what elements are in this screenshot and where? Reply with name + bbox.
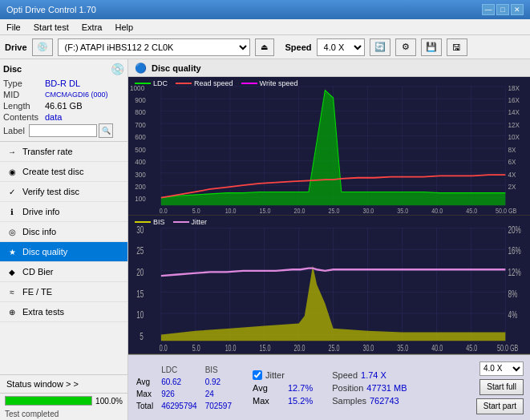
legend-write-speed-label: Write speed <box>260 79 298 87</box>
close-button[interactable]: ✕ <box>511 4 524 15</box>
nav-create-test-disc[interactable]: ◉ Create test disc <box>0 162 127 182</box>
nav-cd-bier-label: CD Bier <box>22 267 54 277</box>
drive-icon-btn[interactable]: 💿 <box>32 38 53 56</box>
svg-text:8X: 8X <box>508 145 516 154</box>
disc-mid-value: CMCMAGDI6 (000) <box>45 91 108 99</box>
stats-total-ldc: 46295794 <box>161 401 204 411</box>
nav-drive-info-label: Drive info <box>22 207 59 216</box>
eject-button[interactable]: ⏏ <box>255 38 274 56</box>
stats-jitter-section: Jitter Avg 12.7% Max 15.2% <box>253 370 313 406</box>
disc-label-btn[interactable]: 🔍 <box>99 123 113 138</box>
disc-contents-label: Contents <box>3 112 45 122</box>
svg-text:8%: 8% <box>508 288 517 299</box>
stats-controls: 4.0 X Start full Start part <box>476 361 524 414</box>
legend-read-speed: Read speed <box>176 79 233 87</box>
svg-text:15.0: 15.0 <box>260 343 271 353</box>
test-speed-select[interactable]: 4.0 X <box>479 361 524 376</box>
chart1-container: LDC Read speed Write speed <box>128 77 530 216</box>
nav-drive-info[interactable]: ℹ Drive info <box>0 202 127 222</box>
speed-value: 1.74 X <box>361 370 386 380</box>
progress-bar-fill <box>6 397 91 405</box>
svg-text:0.0: 0.0 <box>160 207 168 215</box>
fe-te-icon: ≈ <box>6 286 18 297</box>
stats-max-ldc: 926 <box>161 389 204 399</box>
status-window-button[interactable]: Status window > > <box>0 375 127 394</box>
svg-text:25.0: 25.0 <box>328 207 339 215</box>
disc-icon-btn[interactable]: 💾 <box>421 38 442 56</box>
nav-fe-te[interactable]: ≈ FE / TE <box>0 282 127 302</box>
speed-label: Speed <box>285 42 312 52</box>
jitter-avg-row: Avg 12.7% <box>253 383 313 393</box>
svg-text:900: 900 <box>135 95 146 104</box>
extra-tests-icon: ⊕ <box>6 306 18 317</box>
disc-length-label: Length <box>3 101 45 111</box>
jitter-checkbox[interactable] <box>253 370 262 380</box>
menu-file[interactable]: File <box>3 22 24 33</box>
refresh-icon-btn[interactable]: 🔄 <box>370 38 390 56</box>
stats-total-bis: 702597 <box>205 401 238 411</box>
nav-transfer-rate[interactable]: → Transfer rate <box>0 142 127 162</box>
nav-verify-test-disc-label: Verify test disc <box>22 187 79 196</box>
svg-text:12X: 12X <box>508 120 520 129</box>
legend-jitter-label: Jitter <box>192 218 208 226</box>
disc-header: Disc 💿 <box>3 63 124 75</box>
disc-type-label: Type <box>3 79 45 88</box>
nav-extra-tests[interactable]: ⊕ Extra tests <box>0 302 127 322</box>
legend-ldc-label: LDC <box>153 79 168 87</box>
legend-jitter-dot <box>173 221 189 223</box>
start-full-button[interactable]: Start full <box>479 379 524 395</box>
svg-text:200: 200 <box>135 182 146 191</box>
drive-bar: Drive 💿 (F:) ATAPI iHBS112 2 CL0K ⏏ Spee… <box>0 35 530 59</box>
disc-quality-icon: ★ <box>6 246 18 257</box>
disc-label-row: Label 🔍 <box>3 123 124 138</box>
jitter-avg-label-text: Avg <box>253 383 285 393</box>
svg-text:25.0: 25.0 <box>328 343 339 353</box>
window-controls: — □ ✕ <box>482 4 524 15</box>
progress-bar <box>5 396 92 406</box>
chart1-legend: LDC Read speed Write speed <box>135 79 297 87</box>
svg-text:45.0: 45.0 <box>466 343 477 353</box>
nav-fe-te-label: FE / TE <box>22 287 52 297</box>
svg-text:10X: 10X <box>508 133 520 142</box>
svg-text:20%: 20% <box>508 224 520 235</box>
menu-start-test[interactable]: Start test <box>30 22 72 33</box>
disc-mid-row: MID CMCMAGDI6 (000) <box>3 90 124 99</box>
speed-select[interactable]: 4.0 X <box>317 38 365 56</box>
status-window-label: Status window > > <box>6 379 79 389</box>
verify-test-disc-icon: ✓ <box>6 186 18 197</box>
svg-text:2X: 2X <box>508 182 516 191</box>
nav-disc-quality[interactable]: ★ Disc quality <box>0 242 127 262</box>
nav-cd-bier[interactable]: ◆ CD Bier <box>0 262 127 282</box>
maximize-button[interactable]: □ <box>496 4 509 15</box>
menu-help[interactable]: Help <box>111 22 136 33</box>
start-part-button[interactable]: Start part <box>476 398 524 414</box>
save-icon-btn[interactable]: 🖫 <box>447 38 467 56</box>
svg-text:600: 600 <box>135 133 146 142</box>
chart2-container: BIS Jitter <box>128 216 530 354</box>
stats-max-bis: 24 <box>205 389 238 399</box>
drive-label: Drive <box>5 42 27 52</box>
jitter-label: Jitter <box>265 370 285 380</box>
svg-text:15.0: 15.0 <box>260 207 271 215</box>
stats-avg-label: Avg <box>136 377 160 387</box>
svg-text:5: 5 <box>140 330 144 341</box>
nav-verify-test-disc[interactable]: ✓ Verify test disc <box>0 182 127 202</box>
menu-extra[interactable]: Extra <box>79 22 106 33</box>
cd-bier-icon: ◆ <box>6 266 18 277</box>
legend-bis: BIS <box>135 218 165 226</box>
settings-icon-btn[interactable]: ⚙ <box>395 38 416 56</box>
nav-disc-info[interactable]: ◎ Disc info <box>0 222 127 242</box>
svg-text:16%: 16% <box>508 245 520 256</box>
disc-label-input[interactable] <box>29 124 97 137</box>
minimize-button[interactable]: — <box>482 4 495 15</box>
position-row: Position 47731 MB <box>332 383 407 393</box>
svg-text:20: 20 <box>136 266 144 277</box>
right-content: 🔵 Disc quality LDC Read speed <box>128 59 530 420</box>
legend-bis-dot <box>135 221 151 223</box>
chart2-svg: 30 25 20 15 10 5 20% 16% 12% 8% 4% 0.0 <box>128 216 530 353</box>
svg-text:50.0 GB: 50.0 GB <box>497 343 518 353</box>
create-test-disc-icon: ◉ <box>6 166 18 177</box>
samples-value: 762743 <box>370 396 399 406</box>
drive-info-icon: ℹ <box>6 206 18 217</box>
drive-select[interactable]: (F:) ATAPI iHBS112 2 CL0K <box>58 38 250 56</box>
